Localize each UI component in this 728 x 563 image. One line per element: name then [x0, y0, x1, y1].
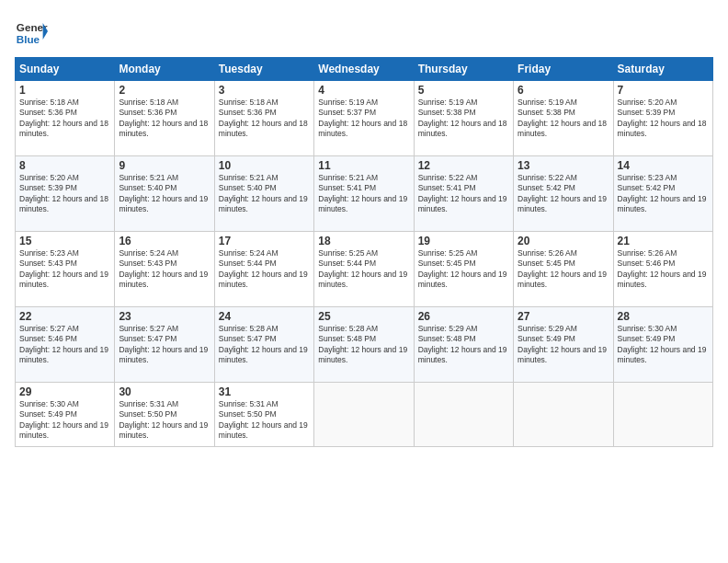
day-number: 11 — [318, 159, 409, 172]
calendar-cell: 30 Sunrise: 5:31 AM Sunset: 5:50 PM Dayl… — [115, 383, 214, 447]
calendar-cell: 28 Sunrise: 5:30 AM Sunset: 5:49 PM Dayl… — [613, 307, 712, 383]
calendar-cell: 21 Sunrise: 5:26 AM Sunset: 5:46 PM Dayl… — [613, 232, 712, 307]
day-info: Sunrise: 5:23 AM Sunset: 5:42 PM Dayligh… — [618, 173, 709, 215]
day-number: 2 — [119, 84, 210, 97]
calendar-cell: 24 Sunrise: 5:28 AM Sunset: 5:47 PM Dayl… — [214, 307, 313, 383]
day-number: 27 — [518, 310, 609, 323]
day-info: Sunrise: 5:23 AM Sunset: 5:43 PM Dayligh… — [19, 248, 110, 291]
page-header: General Blue — [15, 15, 713, 48]
day-number: 16 — [119, 235, 210, 247]
day-info: Sunrise: 5:28 AM Sunset: 5:48 PM Dayligh… — [318, 324, 409, 366]
day-info: Sunrise: 5:24 AM Sunset: 5:43 PM Dayligh… — [119, 248, 210, 291]
day-number: 5 — [418, 84, 509, 97]
calendar-cell: 31 Sunrise: 5:31 AM Sunset: 5:50 PM Dayl… — [214, 383, 313, 447]
calendar-cell: 23 Sunrise: 5:27 AM Sunset: 5:47 PM Dayl… — [115, 307, 214, 383]
day-number: 1 — [19, 84, 110, 97]
day-number: 24 — [219, 310, 310, 323]
day-info: Sunrise: 5:27 AM Sunset: 5:47 PM Dayligh… — [119, 324, 210, 366]
day-info: Sunrise: 5:22 AM Sunset: 5:42 PM Dayligh… — [518, 173, 609, 215]
day-info: Sunrise: 5:29 AM Sunset: 5:49 PM Dayligh… — [518, 324, 609, 366]
weekday-header-saturday: Saturday — [613, 58, 712, 81]
day-number: 13 — [518, 159, 609, 172]
calendar-cell: 18 Sunrise: 5:25 AM Sunset: 5:44 PM Dayl… — [314, 232, 414, 307]
day-info: Sunrise: 5:26 AM Sunset: 5:45 PM Dayligh… — [518, 248, 609, 291]
calendar-cell: 12 Sunrise: 5:22 AM Sunset: 5:41 PM Dayl… — [414, 156, 513, 232]
day-info: Sunrise: 5:27 AM Sunset: 5:46 PM Dayligh… — [19, 324, 110, 366]
weekday-header-friday: Friday — [514, 58, 613, 81]
calendar-cell: 19 Sunrise: 5:25 AM Sunset: 5:45 PM Dayl… — [414, 232, 513, 307]
calendar-cell: 22 Sunrise: 5:27 AM Sunset: 5:46 PM Dayl… — [16, 307, 115, 383]
day-number: 31 — [219, 385, 310, 398]
calendar-week-row: 8 Sunrise: 5:20 AM Sunset: 5:39 PM Dayli… — [16, 156, 713, 232]
calendar-cell: 8 Sunrise: 5:20 AM Sunset: 5:39 PM Dayli… — [16, 156, 115, 232]
day-number: 12 — [418, 159, 509, 172]
day-number: 10 — [219, 159, 310, 172]
calendar-cell — [514, 383, 613, 447]
day-number: 4 — [318, 84, 409, 97]
weekday-header-row: SundayMondayTuesdayWednesdayThursdayFrid… — [16, 58, 713, 81]
day-info: Sunrise: 5:21 AM Sunset: 5:40 PM Dayligh… — [219, 173, 310, 215]
calendar-cell: 11 Sunrise: 5:21 AM Sunset: 5:41 PM Dayl… — [314, 156, 414, 232]
day-number: 15 — [19, 235, 110, 247]
svg-text:Blue: Blue — [17, 33, 40, 45]
calendar-cell: 4 Sunrise: 5:19 AM Sunset: 5:37 PM Dayli… — [314, 81, 414, 156]
day-number: 21 — [618, 235, 709, 247]
calendar-cell: 20 Sunrise: 5:26 AM Sunset: 5:45 PM Dayl… — [514, 232, 613, 307]
calendar-cell: 13 Sunrise: 5:22 AM Sunset: 5:42 PM Dayl… — [514, 156, 613, 232]
day-info: Sunrise: 5:26 AM Sunset: 5:46 PM Dayligh… — [618, 248, 709, 291]
calendar-cell: 3 Sunrise: 5:18 AM Sunset: 5:36 PM Dayli… — [214, 81, 313, 156]
calendar-cell: 7 Sunrise: 5:20 AM Sunset: 5:39 PM Dayli… — [613, 81, 712, 156]
day-number: 30 — [119, 385, 210, 398]
calendar-cell: 27 Sunrise: 5:29 AM Sunset: 5:49 PM Dayl… — [514, 307, 613, 383]
day-number: 6 — [518, 84, 609, 97]
calendar-week-row: 1 Sunrise: 5:18 AM Sunset: 5:36 PM Dayli… — [16, 81, 713, 156]
day-info: Sunrise: 5:19 AM Sunset: 5:38 PM Dayligh… — [418, 98, 509, 140]
day-info: Sunrise: 5:20 AM Sunset: 5:39 PM Dayligh… — [19, 173, 110, 215]
calendar-cell: 26 Sunrise: 5:29 AM Sunset: 5:48 PM Dayl… — [414, 307, 513, 383]
day-info: Sunrise: 5:29 AM Sunset: 5:48 PM Dayligh… — [418, 324, 509, 366]
weekday-header-monday: Monday — [115, 58, 214, 81]
day-info: Sunrise: 5:18 AM Sunset: 5:36 PM Dayligh… — [119, 98, 210, 140]
calendar-cell: 17 Sunrise: 5:24 AM Sunset: 5:44 PM Dayl… — [214, 232, 313, 307]
logo-icon: General Blue — [15, 15, 48, 48]
day-number: 18 — [318, 235, 409, 247]
day-number: 29 — [19, 385, 110, 398]
weekday-header-tuesday: Tuesday — [214, 58, 313, 81]
calendar-cell: 9 Sunrise: 5:21 AM Sunset: 5:40 PM Dayli… — [115, 156, 214, 232]
day-info: Sunrise: 5:19 AM Sunset: 5:38 PM Dayligh… — [518, 98, 609, 140]
day-info: Sunrise: 5:30 AM Sunset: 5:49 PM Dayligh… — [618, 324, 709, 366]
day-info: Sunrise: 5:21 AM Sunset: 5:40 PM Dayligh… — [119, 173, 210, 215]
day-info: Sunrise: 5:20 AM Sunset: 5:39 PM Dayligh… — [618, 98, 709, 140]
day-number: 28 — [618, 310, 709, 323]
calendar-table: SundayMondayTuesdayWednesdayThursdayFrid… — [15, 57, 713, 447]
day-number: 26 — [418, 310, 509, 323]
day-number: 25 — [318, 310, 409, 323]
calendar-week-row: 15 Sunrise: 5:23 AM Sunset: 5:43 PM Dayl… — [16, 232, 713, 307]
day-info: Sunrise: 5:18 AM Sunset: 5:36 PM Dayligh… — [219, 98, 310, 140]
calendar-cell — [613, 383, 712, 447]
day-number: 8 — [19, 159, 110, 172]
day-info: Sunrise: 5:30 AM Sunset: 5:49 PM Dayligh… — [19, 399, 110, 442]
day-number: 14 — [618, 159, 709, 172]
day-number: 9 — [119, 159, 210, 172]
calendar-week-row: 22 Sunrise: 5:27 AM Sunset: 5:46 PM Dayl… — [16, 307, 713, 383]
day-info: Sunrise: 5:25 AM Sunset: 5:45 PM Dayligh… — [418, 248, 509, 291]
calendar-cell: 5 Sunrise: 5:19 AM Sunset: 5:38 PM Dayli… — [414, 81, 513, 156]
calendar-cell: 16 Sunrise: 5:24 AM Sunset: 5:43 PM Dayl… — [115, 232, 214, 307]
day-number: 19 — [418, 235, 509, 247]
day-info: Sunrise: 5:25 AM Sunset: 5:44 PM Dayligh… — [318, 248, 409, 291]
weekday-header-thursday: Thursday — [414, 58, 513, 81]
day-info: Sunrise: 5:22 AM Sunset: 5:41 PM Dayligh… — [418, 173, 509, 215]
day-info: Sunrise: 5:21 AM Sunset: 5:41 PM Dayligh… — [318, 173, 409, 215]
day-number: 17 — [219, 235, 310, 247]
calendar-week-row: 29 Sunrise: 5:30 AM Sunset: 5:49 PM Dayl… — [16, 383, 713, 447]
weekday-header-wednesday: Wednesday — [314, 58, 414, 81]
calendar-cell: 2 Sunrise: 5:18 AM Sunset: 5:36 PM Dayli… — [115, 81, 214, 156]
calendar-cell: 6 Sunrise: 5:19 AM Sunset: 5:38 PM Dayli… — [514, 81, 613, 156]
calendar-cell: 29 Sunrise: 5:30 AM Sunset: 5:49 PM Dayl… — [16, 383, 115, 447]
day-info: Sunrise: 5:19 AM Sunset: 5:37 PM Dayligh… — [318, 98, 409, 140]
calendar-cell: 1 Sunrise: 5:18 AM Sunset: 5:36 PM Dayli… — [16, 81, 115, 156]
weekday-header-sunday: Sunday — [16, 58, 115, 81]
calendar-cell: 14 Sunrise: 5:23 AM Sunset: 5:42 PM Dayl… — [613, 156, 712, 232]
day-info: Sunrise: 5:18 AM Sunset: 5:36 PM Dayligh… — [19, 98, 110, 140]
